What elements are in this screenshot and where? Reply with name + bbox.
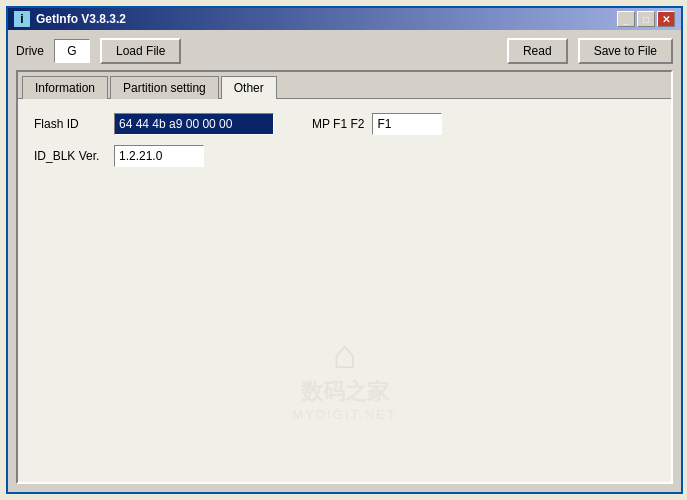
window-content: Drive Load File Read Save to File Inform… [8,30,681,492]
id-blk-ver-label: ID_BLK Ver. [34,149,106,163]
other-tab-content: Flash ID MP F1 F2 ID_BLK Ver. [18,99,671,191]
tab-other[interactable]: Other [221,76,277,99]
minimize-button[interactable]: _ [617,11,635,27]
drive-label: Drive [16,44,44,58]
tab-container: Information Partition setting Other Flas… [16,70,673,484]
title-buttons: _ □ ✕ [617,11,675,27]
mp-group: MP F1 F2 [312,113,442,135]
flash-id-label: Flash ID [34,117,106,131]
drive-input[interactable] [54,39,90,63]
window-title: GetInfo V3.8.3.2 [36,12,126,26]
toolbar: Drive Load File Read Save to File [16,38,673,64]
close-button[interactable]: ✕ [657,11,675,27]
id-blk-ver-input[interactable] [114,145,204,167]
restore-button[interactable]: □ [637,11,655,27]
app-icon: i [14,11,30,27]
mp-label: MP F1 F2 [312,117,364,131]
watermark-icon: ⌂ [292,332,396,377]
tab-content-wrapper: Flash ID MP F1 F2 ID_BLK Ver. ⌂ 数码之 [18,99,671,482]
save-to-file-button[interactable]: Save to File [578,38,673,64]
mp-input[interactable] [372,113,442,135]
title-bar: i GetInfo V3.8.3.2 _ □ ✕ [8,8,681,30]
tab-information[interactable]: Information [22,76,108,99]
tab-partition-setting[interactable]: Partition setting [110,76,219,99]
title-bar-text: i GetInfo V3.8.3.2 [14,11,126,27]
read-button[interactable]: Read [507,38,568,64]
tab-bar: Information Partition setting Other [18,72,671,99]
flash-id-row: Flash ID MP F1 F2 [34,113,655,135]
watermark-cn-text: 数码之家 [292,377,396,407]
watermark-en-text: MYDIGIT.NET [292,407,396,422]
watermark: ⌂ 数码之家 MYDIGIT.NET [292,332,396,422]
load-file-button[interactable]: Load File [100,38,181,64]
id-blk-ver-row: ID_BLK Ver. [34,145,655,167]
flash-id-input[interactable] [114,113,274,135]
main-window: i GetInfo V3.8.3.2 _ □ ✕ Drive Load File… [6,6,683,494]
